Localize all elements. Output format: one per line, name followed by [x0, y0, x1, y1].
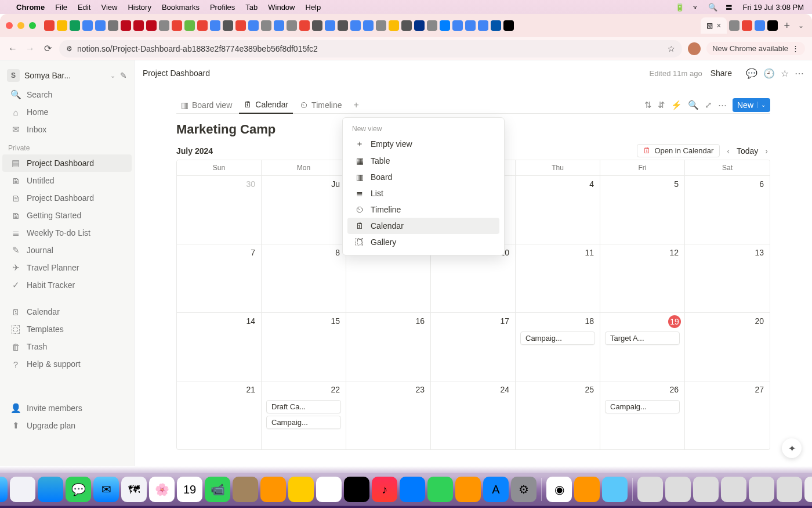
tab-favicon[interactable] [325, 20, 335, 31]
updates-icon[interactable]: 🕘 [763, 68, 775, 79]
tab-favicon[interactable] [742, 20, 752, 31]
dock-min-window[interactable] [693, 477, 719, 502]
calendar-cell[interactable]: 8 [262, 244, 346, 312]
settings-icon[interactable]: ⚙ [511, 477, 536, 502]
tab-close-icon[interactable]: × [716, 21, 721, 30]
calendar-cell[interactable]: Ju [262, 175, 346, 244]
sidebar-item[interactable]: ✉Inbox [2, 121, 132, 138]
tab-favicon[interactable] [44, 20, 55, 31]
view-tab-board[interactable]: ▥Board view [176, 97, 237, 113]
tab-favicon[interactable] [465, 20, 476, 31]
tab-favicon[interactable] [440, 20, 450, 31]
tab-favicon[interactable] [299, 20, 310, 31]
tab-favicon[interactable] [478, 20, 488, 31]
comments-icon[interactable]: 💬 [746, 68, 757, 79]
next-month-button[interactable]: › [763, 146, 770, 156]
tab-favicon[interactable] [427, 20, 437, 31]
calendar-cell[interactable]: 22Draft Ca...Campaig... [262, 381, 346, 449]
chevron-down-icon[interactable]: ⌄ [757, 102, 766, 108]
more-icon[interactable]: ⋯ [718, 100, 727, 110]
tv-icon[interactable]: tv [344, 477, 369, 502]
popover-item[interactable]: ＋Empty view [347, 135, 499, 153]
sidebar-item[interactable]: ≣Weekly To-do List [2, 224, 132, 242]
view-tab-timeline[interactable]: ⏲Timeline [295, 97, 346, 113]
open-in-calendar-button[interactable]: 🗓 Open in Calendar [637, 144, 720, 157]
active-tab[interactable]: ▧ × [701, 17, 727, 34]
tab-favicon[interactable] [261, 20, 271, 31]
app-name[interactable]: Chrome [16, 3, 45, 12]
notes-icon[interactable] [288, 477, 314, 502]
view-tab-calendar[interactable]: 🗓Calendar [239, 96, 293, 114]
tab-favicon[interactable] [287, 20, 297, 31]
window-close-icon[interactable] [6, 22, 13, 29]
calendar-event[interactable]: Campaig... [266, 416, 341, 429]
menubar-clock[interactable]: Fri 19 Jul 3:08 PM [743, 3, 804, 12]
calendar-cell[interactable]: 17 [431, 312, 516, 381]
sidebar-item[interactable]: ?Help & support [2, 355, 132, 373]
tab-favicon[interactable] [312, 20, 322, 31]
tab-favicon[interactable] [274, 20, 284, 31]
bookmark-star-icon[interactable]: ☆ [668, 44, 675, 53]
calendar-cell[interactable]: 18Campaig... [516, 312, 600, 381]
books-icon[interactable] [574, 477, 600, 502]
tab-favicon[interactable] [121, 20, 131, 31]
calendar-cell[interactable]: 5 [600, 175, 685, 244]
appstore-icon[interactable]: A [483, 477, 509, 502]
ai-sparkle-button[interactable]: ✦ [782, 438, 802, 458]
menu-tab[interactable]: Tab [245, 3, 258, 12]
maps-icon[interactable]: 🗺 [121, 477, 147, 502]
calendar-cell[interactable]: 23 [346, 381, 431, 449]
sidebar-item[interactable]: ⿴Templates [2, 320, 132, 338]
breadcrumb[interactable]: Project Dashboard [143, 69, 650, 78]
sidebar-item[interactable]: 🗑Trash [2, 338, 132, 355]
tab-favicon[interactable] [729, 20, 740, 31]
finder-icon[interactable] [0, 477, 8, 502]
site-info-icon[interactable]: ⚙ [66, 45, 72, 53]
search-icon[interactable]: 🔍 [688, 100, 699, 110]
dock-min-window[interactable] [777, 477, 802, 502]
more-icon[interactable]: ⋯ [795, 68, 804, 79]
sidebar-item[interactable]: 🗎Project Dashboard [2, 189, 132, 207]
menu-view[interactable]: View [101, 3, 117, 12]
tab-favicon[interactable] [235, 20, 246, 31]
menu-help[interactable]: Help [306, 3, 321, 12]
menu-file[interactable]: File [55, 3, 67, 12]
menu-history[interactable]: History [128, 3, 151, 12]
calendar-cell[interactable]: 30 [177, 175, 262, 244]
tab-favicon[interactable] [350, 20, 361, 31]
tab-favicon[interactable] [184, 20, 195, 31]
sidebar-item[interactable]: 🗎Untitled [2, 172, 132, 189]
dock-min-window[interactable] [721, 477, 746, 502]
calendar-cell[interactable]: 11 [516, 244, 600, 312]
filter-icon[interactable]: ⇅ [644, 100, 652, 110]
calendar-cell[interactable]: 20 [685, 312, 770, 381]
add-view-button[interactable]: + [349, 98, 363, 113]
messages-icon[interactable]: 💬 [66, 477, 91, 502]
photos-icon[interactable]: 🌸 [149, 477, 175, 502]
launchpad-icon[interactable] [10, 477, 35, 502]
sidebar-item[interactable]: 🔍Search [2, 86, 132, 103]
popover-item[interactable]: 🗓Calendar [347, 218, 499, 234]
tab-favicon[interactable] [491, 20, 501, 31]
new-button[interactable]: New⌄ [733, 98, 770, 112]
tab-favicon[interactable] [755, 20, 765, 31]
window-zoom-icon[interactable] [29, 22, 36, 29]
pages-icon[interactable] [455, 477, 481, 502]
preview-icon[interactable] [602, 477, 628, 502]
zap-icon[interactable]: ⚡ [671, 100, 682, 110]
expand-icon[interactable]: ⤢ [705, 100, 712, 110]
calendar-cell[interactable]: 27 [685, 381, 770, 449]
tab-favicon[interactable] [57, 20, 67, 31]
popover-item[interactable]: ⏲Timeline [347, 201, 499, 218]
calendar-cell[interactable]: 4 [516, 175, 600, 244]
calendar-cell[interactable]: 24 [431, 381, 516, 449]
sidebar-item[interactable]: ✈Travel Planner [2, 259, 132, 276]
wifi-icon[interactable]: ᯤ [693, 3, 700, 12]
tab-favicon[interactable] [389, 20, 399, 31]
chrome-dock-icon[interactable]: ◉ [546, 477, 572, 502]
tab-favicon[interactable] [414, 20, 425, 31]
calendar-cell[interactable]: 15 [262, 312, 346, 381]
control-center-icon[interactable]: 𝌆 [726, 3, 733, 12]
sidebar-item[interactable]: 🗓Calendar [2, 303, 132, 320]
calendar-cell[interactable]: 14 [177, 312, 262, 381]
